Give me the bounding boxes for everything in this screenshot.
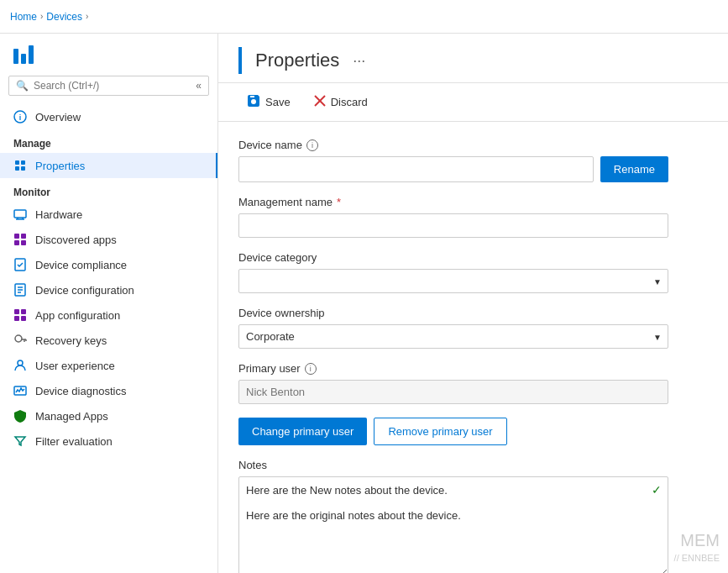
save-button[interactable]: Save: [238, 90, 299, 114]
sidebar-item-recovery-keys[interactable]: Recovery keys: [0, 328, 217, 353]
svg-rect-13: [21, 240, 26, 245]
toolbar: Save Discard: [218, 83, 728, 122]
manage-section-label: Manage: [0, 129, 217, 153]
notes-check-icon: ✓: [652, 483, 662, 497]
monitor-section-label: Monitor: [0, 178, 217, 202]
app-configuration-icon: [13, 308, 27, 322]
primary-user-info-icon[interactable]: i: [305, 363, 317, 375]
primary-user-input: [238, 380, 668, 404]
title-bar-decoration: [238, 47, 242, 74]
managed-apps-icon: [13, 409, 27, 423]
device-ownership-label: Device ownership: [238, 307, 668, 319]
breadcrumb-devices[interactable]: Devices: [46, 11, 82, 23]
rename-button[interactable]: Rename: [600, 156, 668, 182]
sidebar: 🔍 « i Overview Manage Properties Monitor…: [0, 34, 218, 573]
svg-rect-6: [14, 210, 26, 218]
sidebar-item-device-configuration[interactable]: Device configuration: [0, 277, 217, 302]
watermark-ennbee: // ENNBEE: [674, 552, 720, 565]
logo-bar-3: [29, 45, 34, 64]
svg-rect-12: [14, 240, 19, 245]
form-area: Device name i Rename Management name * D…: [218, 122, 689, 573]
device-name-input[interactable]: [238, 156, 594, 182]
notes-textarea[interactable]: [238, 476, 668, 573]
breadcrumb: Home › Devices ›: [10, 11, 88, 23]
action-buttons: Change primary user Remove primary user: [238, 418, 668, 445]
sidebar-item-user-experience[interactable]: User experience: [0, 353, 217, 378]
sidebar-item-discovered-apps[interactable]: Discovered apps: [0, 227, 217, 252]
sidebar-item-device-compliance-label: Device compliance: [35, 259, 127, 271]
primary-user-label: Primary user i: [238, 362, 668, 375]
device-category-label: Device category: [238, 251, 668, 264]
device-configuration-icon: [13, 283, 27, 297]
main-content: Properties ··· Save Discard Device n: [218, 34, 728, 573]
device-name-info-icon[interactable]: i: [306, 139, 318, 151]
logo: [0, 34, 217, 76]
sidebar-item-recovery-keys-label: Recovery keys: [35, 334, 107, 347]
sidebar-item-device-diagnostics[interactable]: Device diagnostics: [0, 378, 217, 403]
logo-bar-1: [13, 49, 18, 64]
sidebar-item-hardware-label: Hardware: [35, 208, 82, 221]
change-primary-user-button[interactable]: Change primary user: [238, 418, 367, 445]
discard-label: Discard: [331, 96, 368, 108]
breadcrumb-home[interactable]: Home: [10, 11, 37, 23]
discard-button[interactable]: Discard: [306, 91, 376, 113]
svg-rect-3: [21, 160, 25, 165]
breadcrumb-sep1: ›: [40, 12, 43, 21]
svg-rect-4: [15, 166, 19, 171]
device-ownership-wrapper: Corporate Personal Unknown ▼: [238, 324, 668, 349]
user-experience-icon: [13, 359, 27, 372]
search-icon: 🔍: [16, 80, 29, 92]
sidebar-item-app-configuration-label: App configuration: [35, 309, 120, 322]
discovered-apps-icon: [13, 233, 27, 246]
svg-rect-19: [14, 309, 19, 314]
sidebar-item-device-compliance[interactable]: Device compliance: [0, 252, 217, 277]
sidebar-item-overview[interactable]: i Overview: [0, 104, 217, 129]
filter-evaluation-icon: [13, 434, 27, 448]
svg-rect-21: [14, 316, 19, 321]
svg-text:i: i: [19, 113, 22, 122]
logo-bar-2: [21, 54, 26, 64]
sidebar-item-managed-apps[interactable]: Managed Apps: [0, 403, 217, 428]
device-compliance-icon: [13, 258, 27, 271]
page-header: Properties ···: [218, 34, 728, 83]
sidebar-item-overview-label: Overview: [35, 111, 81, 124]
breadcrumb-sep2: ›: [86, 12, 88, 21]
discard-icon: [314, 95, 326, 109]
sidebar-item-hardware[interactable]: Hardware: [0, 202, 217, 227]
device-name-group: Device name i Rename: [238, 139, 668, 182]
ellipsis-button[interactable]: ···: [353, 52, 365, 70]
device-category-select[interactable]: [238, 269, 668, 293]
sidebar-item-filter-evaluation[interactable]: Filter evaluation: [0, 428, 217, 454]
device-name-row: Rename: [238, 156, 668, 182]
sidebar-item-device-configuration-label: Device configuration: [35, 284, 134, 297]
device-ownership-select[interactable]: Corporate Personal Unknown: [238, 324, 668, 349]
page-title: Properties: [255, 50, 339, 71]
watermark: MEM // ENNBEE: [674, 528, 720, 565]
management-name-input[interactable]: [238, 213, 668, 238]
sidebar-item-app-configuration[interactable]: App configuration: [0, 302, 217, 328]
notes-wrapper: ✓: [238, 476, 668, 573]
watermark-mem: MEM: [674, 528, 720, 552]
save-label: Save: [265, 96, 291, 108]
sidebar-item-discovered-apps-label: Discovered apps: [35, 234, 117, 246]
hardware-icon: [13, 208, 27, 221]
device-category-group: Device category ▼: [238, 251, 668, 293]
svg-point-26: [18, 360, 23, 365]
search-box[interactable]: 🔍 «: [8, 76, 209, 96]
collapse-icon[interactable]: «: [196, 80, 202, 92]
sidebar-item-properties[interactable]: Properties: [0, 153, 217, 178]
management-name-required: *: [337, 196, 341, 208]
primary-user-group: Primary user i: [238, 362, 668, 404]
management-name-group: Management name *: [238, 196, 668, 238]
notes-group: Notes ✓: [238, 459, 668, 573]
sidebar-item-properties-label: Properties: [35, 160, 85, 172]
svg-rect-2: [15, 160, 19, 165]
svg-rect-10: [14, 234, 19, 239]
sidebar-item-managed-apps-label: Managed Apps: [35, 410, 108, 423]
topbar: Home › Devices ›: [0, 0, 728, 34]
search-input[interactable]: [34, 80, 191, 92]
notes-label: Notes: [238, 459, 668, 471]
remove-primary-user-button[interactable]: Remove primary user: [374, 418, 506, 445]
svg-rect-11: [21, 234, 26, 239]
save-icon: [247, 94, 260, 110]
